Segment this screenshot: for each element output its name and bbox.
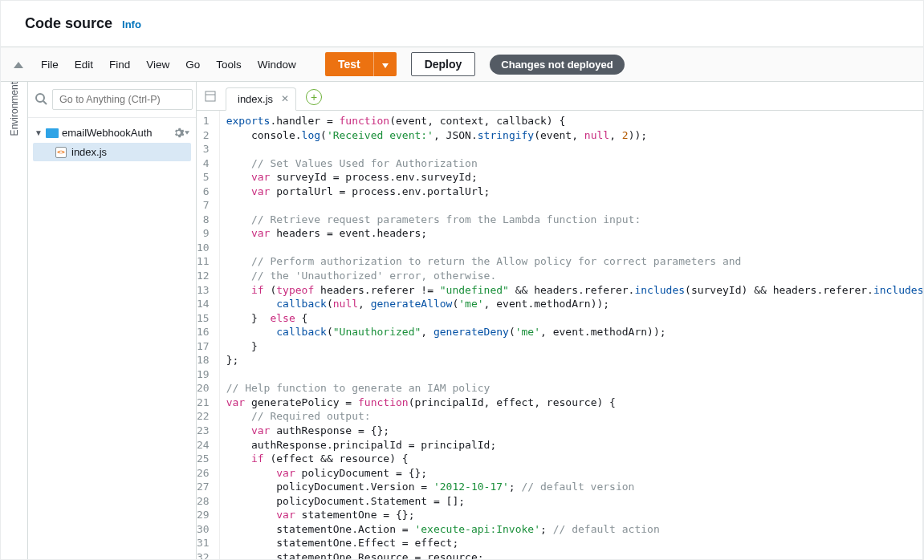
menu-tools[interactable]: Tools xyxy=(216,59,242,71)
sidebar-tab-label: Environment xyxy=(9,82,20,148)
workspace: Environment ▼ emailWebhookAuth xyxy=(1,82,923,559)
code-body[interactable]: exports.handler = function(event, contex… xyxy=(220,111,923,559)
line-number: 10 xyxy=(197,241,214,255)
svg-line-3 xyxy=(43,101,47,104)
menu-go[interactable]: Go xyxy=(185,59,200,71)
line-number: 11 xyxy=(197,254,214,269)
collapse-toggle-icon[interactable] xyxy=(9,55,28,74)
line-number: 29 xyxy=(197,508,214,522)
page-title: Code source xyxy=(25,15,112,32)
panel-header: Code source Info xyxy=(1,1,923,47)
deploy-button[interactable]: Deploy xyxy=(411,52,476,76)
line-number: 28 xyxy=(197,494,214,509)
menu-window[interactable]: Window xyxy=(258,59,296,71)
svg-rect-5 xyxy=(206,91,215,101)
test-button-group: Test xyxy=(325,52,397,76)
line-number: 7 xyxy=(197,198,214,213)
test-dropdown[interactable] xyxy=(373,52,397,76)
line-number: 15 xyxy=(197,311,214,326)
line-number: 23 xyxy=(197,424,214,438)
test-button[interactable]: Test xyxy=(325,52,373,76)
line-number: 22 xyxy=(197,409,214,424)
tab-bar: index.js ✕ + xyxy=(197,82,923,111)
tree-file-indexjs[interactable]: <> index.js xyxy=(33,143,191,161)
menu-file[interactable]: File xyxy=(41,59,59,71)
line-number: 2 xyxy=(197,128,214,143)
svg-marker-0 xyxy=(14,62,23,68)
menubar: File Edit Find View Go Tools Window xyxy=(31,59,306,71)
file-explorer: ▼ emailWebhookAuth <> index.js xyxy=(28,82,197,559)
line-number: 17 xyxy=(197,339,214,354)
line-gutter: 1234567891011121314151617181920212223242… xyxy=(197,111,220,559)
tab-list-icon[interactable] xyxy=(203,89,218,103)
line-number: 14 xyxy=(197,297,214,311)
line-number: 20 xyxy=(197,381,214,396)
line-number: 27 xyxy=(197,480,214,494)
line-number: 31 xyxy=(197,536,214,550)
folder-settings-icon[interactable] xyxy=(173,128,189,138)
new-tab-button[interactable]: + xyxy=(306,89,322,105)
line-number: 19 xyxy=(197,367,214,382)
line-number: 9 xyxy=(197,226,214,241)
line-number: 30 xyxy=(197,522,214,537)
goto-input[interactable] xyxy=(52,89,193,110)
line-number: 5 xyxy=(197,170,214,185)
goto-search-row xyxy=(28,82,196,118)
caret-down-icon: ▼ xyxy=(35,128,43,137)
editor-area: index.js ✕ + 123456789101112131415161718… xyxy=(197,82,923,559)
close-tab-icon[interactable]: ✕ xyxy=(281,93,289,104)
svg-marker-1 xyxy=(382,63,389,68)
line-number: 24 xyxy=(197,438,214,452)
toolbar: File Edit Find View Go Tools Window Test… xyxy=(1,47,923,82)
js-file-icon: <> xyxy=(55,147,67,158)
sidebar-tab-environment[interactable]: Environment xyxy=(1,82,28,559)
line-number: 1 xyxy=(197,114,214,128)
line-number: 13 xyxy=(197,283,214,298)
line-number: 3 xyxy=(197,142,214,156)
svg-point-2 xyxy=(36,94,44,102)
line-number: 26 xyxy=(197,466,214,481)
line-number: 21 xyxy=(197,396,214,410)
app-frame: Code source Info File Edit Find View Go … xyxy=(0,0,924,560)
search-icon[interactable] xyxy=(35,92,47,108)
line-number: 12 xyxy=(197,269,214,283)
line-number: 6 xyxy=(197,185,214,199)
tab-indexjs[interactable]: index.js ✕ xyxy=(226,87,296,111)
info-link[interactable]: Info xyxy=(122,18,141,30)
menu-view[interactable]: View xyxy=(146,59,169,71)
line-number: 8 xyxy=(197,213,214,227)
line-number: 32 xyxy=(197,550,214,559)
folder-name: emailWebhookAuth xyxy=(62,127,153,139)
file-name: index.js xyxy=(71,146,107,158)
line-number: 25 xyxy=(197,452,214,466)
folder-icon xyxy=(46,128,59,138)
deploy-status-badge: Changes not deployed xyxy=(490,55,624,75)
menu-edit[interactable]: Edit xyxy=(75,59,93,71)
file-tree: ▼ emailWebhookAuth <> index.js xyxy=(28,118,196,168)
line-number: 16 xyxy=(197,325,214,339)
menu-find[interactable]: Find xyxy=(109,59,130,71)
tab-label: index.js xyxy=(238,93,273,105)
svg-marker-4 xyxy=(185,131,189,135)
tree-folder-root[interactable]: ▼ emailWebhookAuth xyxy=(33,124,191,141)
line-number: 18 xyxy=(197,353,214,367)
line-number: 4 xyxy=(197,156,214,171)
code-editor[interactable]: 1234567891011121314151617181920212223242… xyxy=(197,111,923,559)
